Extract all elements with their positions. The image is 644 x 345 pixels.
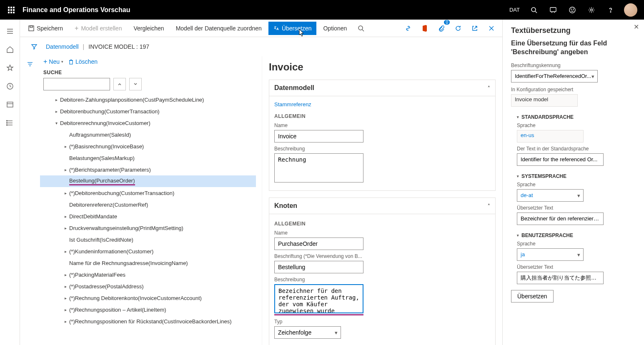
close-panel-icon[interactable]: ✕ <box>634 23 639 31</box>
svg-rect-40 <box>70 60 73 64</box>
model-name-label: Name <box>274 122 490 128</box>
caret-down-icon[interactable]: ▾ <box>53 121 60 125</box>
modules-icon[interactable] <box>0 115 20 131</box>
tree-row[interactable]: ▸(*)Postadresse(PostalAddress) <box>40 280 256 292</box>
user-text-input[interactable] <box>517 272 604 284</box>
search-next-icon[interactable] <box>129 78 142 90</box>
tree-row-label: Auftragsnummer(SalesId) <box>69 132 131 138</box>
action-search-icon[interactable] <box>353 21 368 36</box>
tree-row[interactable]: ▸Debitoren-Zahlungsplanpositionen(CustPa… <box>40 94 256 105</box>
chevron-down-icon: ▾ <box>61 60 63 64</box>
tree-row[interactable]: Bestellung(PurchaseOrder) <box>40 175 256 187</box>
node-caption-input[interactable] <box>274 261 363 273</box>
help-icon[interactable] <box>601 0 620 20</box>
tree-row[interactable]: ▸Druckverwaltungseinstellung(PrintMgmtSe… <box>40 222 256 234</box>
model-desc-input[interactable] <box>274 153 363 182</box>
caret-right-icon[interactable]: ▸ <box>62 249 69 254</box>
caret-right-icon[interactable]: ▸ <box>62 319 69 324</box>
company-code[interactable]: DAT <box>505 0 524 20</box>
section-node-header[interactable]: Knoten ˄ <box>269 198 496 214</box>
caret-right-icon[interactable]: ▸ <box>62 168 69 172</box>
sort-icon[interactable] <box>23 58 38 70</box>
node-type-select[interactable] <box>274 326 341 339</box>
office-icon[interactable] <box>417 21 432 36</box>
root-reference-link[interactable]: Stammreferenz <box>274 100 311 111</box>
tree-row[interactable]: Auftragsnummer(SalesId) <box>40 129 256 140</box>
options-button[interactable]: Optionen <box>318 22 352 35</box>
close-action-icon[interactable] <box>484 21 499 36</box>
default-text-input[interactable] <box>517 153 604 166</box>
tree-row[interactable]: ▸(*)PackingMaterialFees <box>40 269 256 280</box>
smiley-icon[interactable] <box>563 0 581 20</box>
caret-right-icon[interactable]: ▸ <box>62 296 69 300</box>
tree-row[interactable]: Belastungen(SalesMarkup) <box>40 152 256 164</box>
tree-row[interactable]: ▸(*)Basisrechnung(InvoiceBase) <box>40 140 256 152</box>
app-launcher-icon[interactable] <box>3 7 19 13</box>
search-prev-icon[interactable] <box>113 78 126 90</box>
link-icon[interactable] <box>401 21 416 36</box>
node-name-input[interactable] <box>274 238 363 250</box>
caret-right-icon[interactable]: ▸ <box>62 284 69 289</box>
caret-right-icon[interactable]: ▸ <box>53 98 60 102</box>
tree-pane: +Neu▾ Löschen SUCHE ▸Debitoren-Zahlungsp… <box>40 56 262 345</box>
tree-row[interactable]: ▸(*)Rechnung Debitorenkonto(InvoiceCusto… <box>40 292 256 304</box>
section-datamodel-header[interactable]: Datenmodell ˄ <box>269 80 496 96</box>
tree-row-label: Ist Gutschrift(IsCreditNote) <box>69 237 133 243</box>
system-text-input[interactable] <box>517 212 604 225</box>
tree-row[interactable]: Name für die Rechnungsadresse(InvoicingN… <box>40 257 256 269</box>
user-avatar[interactable] <box>624 3 637 17</box>
save-button[interactable]: Speichern <box>23 22 68 35</box>
home-icon[interactable] <box>0 41 20 58</box>
group-system-lang[interactable]: SYSTEMSPRACHE <box>517 173 637 179</box>
gear-icon[interactable] <box>582 0 601 20</box>
label-id-select[interactable] <box>511 70 598 82</box>
filter-icon[interactable] <box>27 40 42 53</box>
recent-icon[interactable] <box>0 78 20 95</box>
hamburger-icon[interactable] <box>0 23 20 40</box>
translate-action-button[interactable]: Übersetzen <box>511 290 554 302</box>
workspace-icon[interactable] <box>0 96 20 113</box>
group-default-lang[interactable]: STANDARDSPRACHE <box>517 114 637 120</box>
caret-right-icon[interactable]: ▸ <box>53 109 60 114</box>
translate-button[interactable]: Übersetzen <box>268 22 317 35</box>
delete-node-button[interactable]: Löschen <box>68 58 98 65</box>
new-node-button[interactable]: +Neu▾ <box>43 58 63 65</box>
caret-right-icon[interactable]: ▸ <box>62 214 69 219</box>
attachment-icon[interactable]: 0 <box>434 21 449 36</box>
chat-icon[interactable] <box>544 0 562 20</box>
tree-row[interactable]: ▸(*)Berichtsparameter(Parameters) <box>40 164 256 175</box>
popout-icon[interactable] <box>467 21 482 36</box>
tree-row[interactable]: ▸DirectDebitMandate <box>40 210 256 222</box>
breadcrumb-root[interactable]: Datenmodell <box>46 43 79 50</box>
tree-row[interactable]: Debitorenreferenz(CustomerRef) <box>40 199 256 210</box>
tree-row[interactable]: ▸(*)Kundeninformationen(Customer) <box>40 245 256 257</box>
tree-row[interactable]: Ist Gutschrift(IsCreditNote) <box>40 234 256 245</box>
model-name-input[interactable] <box>274 130 363 142</box>
model-tree[interactable]: ▸Debitoren-Zahlungsplanpositionen(CustPa… <box>40 94 258 342</box>
tree-row[interactable]: ▸Debitorenbuchung(CustomerTransaction) <box>40 105 256 117</box>
search-input[interactable] <box>43 78 110 90</box>
default-lang-label: Sprache <box>517 122 637 128</box>
caret-right-icon[interactable]: ▸ <box>62 308 69 312</box>
caret-right-icon[interactable]: ▸ <box>62 191 69 195</box>
caret-right-icon[interactable]: ▸ <box>62 226 69 230</box>
tree-row-label: Debitorenbuchung(CustomerTransaction) <box>60 108 160 115</box>
group-user-lang[interactable]: BENUTZERSPRACHE <box>517 232 637 238</box>
star-icon[interactable] <box>0 60 20 76</box>
tree-row[interactable]: ▸(*)Rechnungsposition – Artikel(LineItem… <box>40 304 256 315</box>
refresh-icon[interactable] <box>451 21 466 36</box>
system-lang-select[interactable] <box>517 189 584 202</box>
user-lang-select[interactable] <box>517 248 584 261</box>
node-desc-input[interactable] <box>274 284 363 313</box>
tree-row[interactable]: ▾Debitorenrechnung(InvoiceCustomer) <box>40 117 256 129</box>
new-model-button[interactable]: +Modell erstellen <box>70 21 127 35</box>
map-model-button[interactable]: Modell der Datenquelle zuordnen <box>171 22 267 35</box>
section-datamodel-title: Datenmodell <box>274 84 314 92</box>
caret-right-icon[interactable]: ▸ <box>62 272 69 277</box>
svg-rect-4 <box>10 9 12 11</box>
tree-row[interactable]: ▸(*)Rechnungspositionen für Rückstand(Cu… <box>40 315 256 327</box>
caret-right-icon[interactable]: ▸ <box>62 144 69 149</box>
compare-button[interactable]: Vergleichen <box>128 22 169 35</box>
search-icon[interactable] <box>525 0 543 20</box>
tree-row[interactable]: ▸(*)Debitorenbuchung(CustomerTransaction… <box>40 187 256 199</box>
